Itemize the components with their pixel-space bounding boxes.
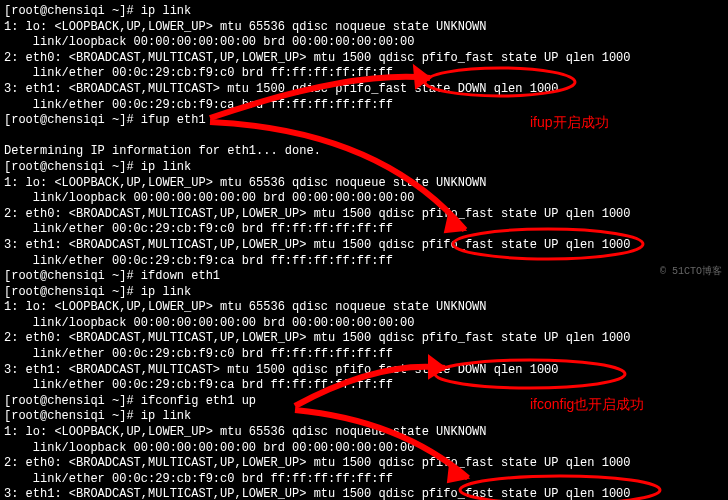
terminal-line: [root@chensiqi ~]# ip link [4, 4, 724, 20]
terminal-line: 1: lo: <LOOPBACK,UP,LOWER_UP> mtu 65536 … [4, 176, 724, 192]
terminal-line: 2: eth0: <BROADCAST,MULTICAST,UP,LOWER_U… [4, 51, 724, 67]
terminal-line: link/ether 00:0c:29:cb:f9:ca brd ff:ff:f… [4, 254, 724, 270]
terminal-line: link/ether 00:0c:29:cb:f9:c0 brd ff:ff:f… [4, 472, 724, 488]
terminal-output: [root@chensiqi ~]# ip link1: lo: <LOOPBA… [4, 4, 724, 500]
annotation-ifconfig: ifconfig也开启成功 [530, 395, 644, 413]
terminal-line: link/loopback 00:00:00:00:00:00 brd 00:0… [4, 35, 724, 51]
terminal-line: [root@chensiqi ~]# ip link [4, 160, 724, 176]
terminal-line: link/ether 00:0c:29:cb:f9:ca brd ff:ff:f… [4, 378, 724, 394]
terminal-line: link/loopback 00:00:00:00:00:00 brd 00:0… [4, 316, 724, 332]
terminal-line: 3: eth1: <BROADCAST,MULTICAST,UP,LOWER_U… [4, 487, 724, 500]
terminal-line: link/loopback 00:00:00:00:00:00 brd 00:0… [4, 191, 724, 207]
terminal-line: Determining IP information for eth1... d… [4, 144, 724, 160]
terminal-line: [root@chensiqi ~]# ifdown eth1 [4, 269, 724, 285]
terminal-line: 2: eth0: <BROADCAST,MULTICAST,UP,LOWER_U… [4, 331, 724, 347]
annotation-ifup: ifup开启成功 [530, 113, 609, 131]
terminal-line: 1: lo: <LOOPBACK,UP,LOWER_UP> mtu 65536 … [4, 20, 724, 36]
watermark: © 51CTO博客 [660, 265, 722, 278]
terminal-line: 3: eth1: <BROADCAST,MULTICAST> mtu 1500 … [4, 82, 724, 98]
terminal-line: 2: eth0: <BROADCAST,MULTICAST,UP,LOWER_U… [4, 207, 724, 223]
terminal-line: 2: eth0: <BROADCAST,MULTICAST,UP,LOWER_U… [4, 456, 724, 472]
terminal-line: [root@chensiqi ~]# ifup eth1 [4, 113, 724, 129]
terminal-line: link/ether 00:0c:29:cb:f9:ca brd ff:ff:f… [4, 98, 724, 114]
terminal-line [4, 129, 724, 145]
terminal-line: link/ether 00:0c:29:cb:f9:c0 brd ff:ff:f… [4, 347, 724, 363]
terminal-line: link/ether 00:0c:29:cb:f9:c0 brd ff:ff:f… [4, 222, 724, 238]
terminal-line: 1: lo: <LOOPBACK,UP,LOWER_UP> mtu 65536 … [4, 300, 724, 316]
terminal-line: 1: lo: <LOOPBACK,UP,LOWER_UP> mtu 65536 … [4, 425, 724, 441]
terminal-line: 3: eth1: <BROADCAST,MULTICAST> mtu 1500 … [4, 363, 724, 379]
terminal-line: link/ether 00:0c:29:cb:f9:c0 brd ff:ff:f… [4, 66, 724, 82]
terminal-line: 3: eth1: <BROADCAST,MULTICAST,UP,LOWER_U… [4, 238, 724, 254]
terminal-line: link/loopback 00:00:00:00:00:00 brd 00:0… [4, 441, 724, 457]
terminal-line: [root@chensiqi ~]# ip link [4, 285, 724, 301]
